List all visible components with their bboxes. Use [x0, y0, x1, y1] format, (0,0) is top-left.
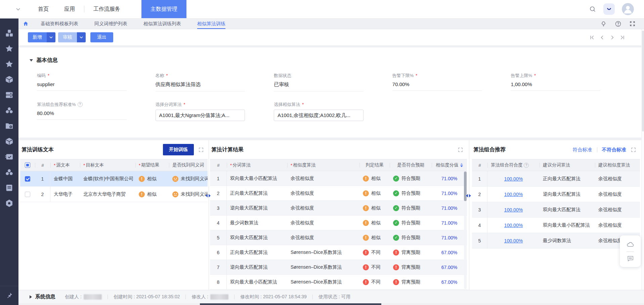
table-row[interactable]: 3 逆向最大匹配算法 余弦相似度 !相似 ✓符合预期 71.00% [210, 201, 467, 216]
table-row[interactable]: 5 100.00% 最少词数算法 余弦相似度 [472, 233, 640, 249]
nav-item[interactable]: 应用 [64, 6, 75, 13]
collapse-triangle-icon[interactable] [30, 59, 33, 62]
expand-icon[interactable] [199, 147, 204, 152]
home-icon[interactable] [23, 21, 29, 27]
panel-collapse-handle[interactable] [206, 194, 211, 197]
sidebar-item-mail-check-icon[interactable] [0, 149, 18, 164]
sidebar-item-nut-icon[interactable] [0, 195, 18, 211]
combo-score-link[interactable]: 100.00% [504, 176, 523, 182]
page-scrollbar-thumb[interactable] [642, 31, 644, 131]
row-checkbox-cell [20, 171, 35, 186]
exit-button[interactable]: 退出 [90, 32, 113, 42]
page-tab[interactable]: 相似算法训练列表 [143, 18, 181, 29]
chat-icon[interactable] [627, 255, 634, 262]
sidebar-item-folder-gear-icon[interactable] [0, 118, 18, 134]
filter-qualified-link[interactable]: 符合标准 [573, 147, 592, 153]
cloud-icon[interactable] [626, 240, 635, 249]
first-page-icon[interactable] [590, 35, 595, 40]
nav-item[interactable]: 工作流服务 [93, 6, 120, 13]
horizontal-scrollbar-thumb[interactable] [200, 303, 381, 305]
table-row[interactable]: 3 100.00% 双向最大匹配算法 余弦相似度 [472, 202, 640, 218]
expand-icon[interactable] [458, 147, 463, 152]
combo-score-link[interactable]: 100.00% [504, 192, 523, 197]
table-row[interactable]: 4 最少词数算法 余弦相似度 !相似 ✓符合预期 71.00% [210, 216, 467, 230]
row-number: 7 [210, 260, 227, 274]
select-field[interactable]: A1001,最大Ngram分值算法;A... [156, 110, 245, 121]
panel-training-text: 算法训练文本 开始训练 #*源文本*目标文本*期望结果是否找到同义词 1 金蝶中… [20, 140, 208, 290]
new-button[interactable]: 新增 [28, 32, 55, 42]
page-tab-active[interactable]: 相似算法训练 [197, 18, 225, 29]
sidebar-item-package-icon[interactable] [0, 134, 18, 149]
audit-dropdown-chevron-icon[interactable] [77, 32, 86, 42]
sidebar-item-team-icon[interactable] [0, 103, 18, 118]
nav-tab-active[interactable]: 主数据管理 [141, 0, 186, 18]
table-row[interactable]: 2 正向最大匹配算法 余弦相似度 !相似 ✓符合预期 71.00% [210, 186, 467, 201]
pin-icon[interactable] [0, 290, 18, 300]
required-asterisk: * [302, 102, 304, 107]
help-icon[interactable]: ? [524, 163, 529, 168]
lightbulb-icon[interactable] [600, 21, 607, 27]
sidebar-item-team-icon[interactable] [0, 164, 18, 180]
expand-icon[interactable] [631, 147, 636, 152]
table-row[interactable]: 8 双向最大最小匹配算法 Sørensen–Dice系数算法 !不同 !背离预期… [210, 275, 467, 290]
combo-table-body: 1 100.00% 正向最大匹配算法 余弦相似度 2 100.00% 逆向最大匹… [472, 171, 640, 249]
row-checkbox[interactable] [25, 176, 30, 182]
nav-item[interactable]: 首页 [38, 6, 49, 13]
table-row[interactable]: 6 正向最大匹配算法 Sørensen–Dice系数算法 !不同 !背离预期 6… [210, 245, 467, 260]
table-row[interactable]: 2 大华电子 北京市大华电子商贸 !相似 未找到同义词 [20, 187, 208, 202]
table-row[interactable]: 1 100.00% 正向最大匹配算法 余弦相似度 [472, 171, 640, 187]
sidebar-item-clipboard-icon[interactable] [0, 180, 18, 195]
start-training-button[interactable]: 开始训练 [163, 144, 194, 155]
audit-button-label[interactable]: 审核 [58, 32, 77, 42]
field-value[interactable]: 1,00.00% [511, 81, 600, 91]
pagination [590, 35, 625, 40]
fullscreen-icon[interactable] [630, 21, 635, 27]
sidebar-item-server-icon[interactable] [0, 87, 18, 103]
field-value[interactable]: 70.00% [392, 81, 482, 91]
similarity-algorithm-cell: Sørensen–Dice系数算法 [287, 260, 359, 274]
help-circle-icon[interactable] [615, 21, 621, 27]
field-value[interactable]: 80.00% [37, 110, 127, 120]
avatar[interactable] [622, 3, 634, 15]
sidebar-item-blocks-icon[interactable] [0, 25, 18, 41]
sidebar-item-star-icon[interactable] [0, 56, 18, 72]
column-header: 是否符合预期 [390, 159, 432, 171]
table-row[interactable]: 4 100.00% 双向最大最小匹配算法 余弦相似度 [472, 218, 640, 233]
panel-collapse-handle[interactable] [466, 194, 471, 197]
combo-score-link[interactable]: 100.00% [504, 223, 523, 228]
table-row[interactable]: 1 金蝶中国 金蝶(软件)中国有限公司 !相似 未找到同义词 [20, 171, 208, 187]
app-menu-chevron-icon[interactable] [16, 8, 20, 10]
field-value[interactable]: supplier [37, 81, 127, 91]
toolbar: 新增 审核 退出 [18, 29, 644, 45]
table-row[interactable]: 2 100.00% 逆向最大匹配算法 余弦相似度 [472, 187, 640, 202]
search-icon[interactable] [589, 5, 596, 13]
new-dropdown-chevron-icon[interactable] [47, 32, 55, 42]
table-row[interactable]: 5 双向最大匹配算法 余弦相似度 !相似 ✓符合预期 71.00% [210, 230, 467, 245]
required-asterisk: * [534, 73, 536, 78]
select-all-checkbox[interactable] [25, 162, 30, 168]
column-header: 建议相似度算法 [595, 159, 640, 171]
table-row[interactable]: 7 逆向最大匹配算法 Sørensen–Dice系数算法 !不同 !背离预期 6… [210, 260, 467, 275]
new-button-label[interactable]: 新增 [28, 32, 47, 42]
sort-icon[interactable] [460, 163, 463, 167]
field-value[interactable]: 供应商相似算法筛选 [156, 81, 245, 91]
help-icon[interactable]: ? [78, 102, 83, 107]
row-checkbox[interactable] [25, 192, 30, 197]
last-page-icon[interactable] [620, 35, 625, 40]
page-tab[interactable]: 基础资料模板列表 [41, 18, 78, 29]
page-tab[interactable]: 同义词维护列表 [94, 18, 127, 29]
sidebar-item-star-icon[interactable] [0, 41, 18, 56]
select-field[interactable]: A1001,余弦相似度;A1002,欧几... [274, 110, 363, 121]
combo-score-link[interactable]: 100.00% [504, 207, 523, 213]
smile-badge-icon[interactable] [603, 3, 615, 15]
next-page-icon[interactable] [610, 35, 615, 40]
combo-score-link[interactable]: 100.00% [504, 238, 523, 243]
prev-page-icon[interactable] [600, 35, 605, 40]
audit-button[interactable]: 审核 [58, 32, 86, 42]
nav-divider [84, 6, 84, 12]
expand-triangle-icon[interactable] [30, 295, 32, 299]
filter-unqualified-link[interactable]: 不符合标准 [602, 147, 627, 153]
table-row[interactable]: 1 双向最大最小匹配算法 余弦相似度 !相似 ✓符合预期 71.00% [210, 171, 467, 186]
sidebar-item-package-icon[interactable] [0, 72, 18, 87]
check-icon: ✓ [393, 190, 399, 196]
